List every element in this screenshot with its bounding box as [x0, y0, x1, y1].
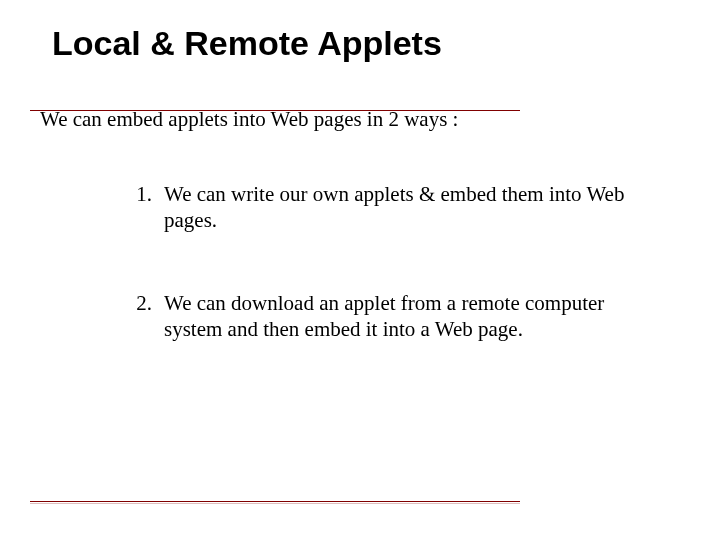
list-number: 2.: [130, 291, 152, 342]
list-text: We can download an applet from a remote …: [164, 291, 640, 342]
ordered-list: 1. We can write our own applets & embed …: [130, 182, 640, 342]
footer-line-shadow: [30, 503, 520, 504]
list-item: 2. We can download an applet from a remo…: [130, 291, 640, 342]
list-item: 1. We can write our own applets & embed …: [130, 182, 640, 233]
footer-line: [30, 501, 520, 502]
list-number: 1.: [130, 182, 152, 233]
list-text: We can write our own applets & embed the…: [164, 182, 640, 233]
slide-title: Local & Remote Applets: [40, 24, 680, 79]
slide: Local & Remote Applets We can embed appl…: [0, 0, 720, 540]
title-underline: [30, 110, 520, 111]
